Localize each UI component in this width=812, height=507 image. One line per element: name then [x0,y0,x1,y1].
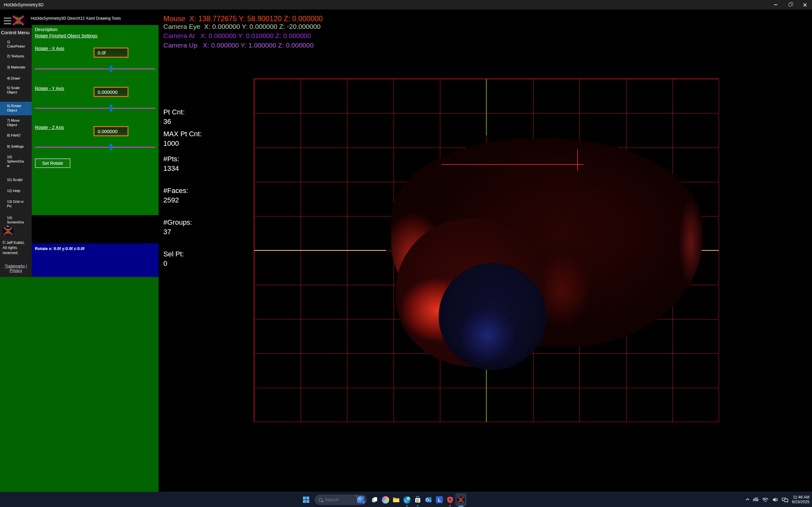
file-explorer-icon [392,496,400,504]
svg-text:3D: 3D [460,500,462,502]
search-input[interactable] [325,497,357,502]
trademarks-link[interactable]: Trademarks [5,264,25,268]
rotate-x-label: Rotate - X Axis [35,46,64,51]
rotate-y-input[interactable] [94,87,129,97]
sidebar-item-draw[interactable]: 4) Draw! [0,76,32,80]
system-tray: T 11:46 AM 9/23/2025 [746,492,809,507]
task-view-button[interactable] [369,492,380,507]
outlook-button[interactable] [423,492,434,507]
store-button[interactable] [412,492,423,507]
file-explorer-button[interactable] [391,492,402,507]
rotate-status-text: Rotate x: 0.0f y:0.0f z:0.0f [35,246,84,251]
hot3dx-taskbar-button[interactable]: Hot 3D [455,493,466,506]
hot3dx-logo-small: Hot 3D [3,227,13,235]
edge-button[interactable] [402,492,412,507]
window-titlebar: Hot3dxSymmetry3D [0,0,812,9]
close-icon [803,3,807,7]
sidebar-item-fileio[interactable]: 8) FileIO [0,133,32,137]
onedrive-tray-button[interactable] [752,497,759,503]
camera-up-readout: Camera Up X: 0.000000 Y: 1.000000 Z: 0.0… [163,42,314,49]
taskbar-clock[interactable]: 11:46 AM 9/23/2025 [792,495,809,504]
cast-tray-button[interactable] [782,497,788,503]
rotate-z-input[interactable] [94,126,129,136]
taskbar-center: L Hot 3D [300,492,466,507]
sidebar-item-materials[interactable]: 3) Materials [0,65,32,69]
wifi-secure-icon: T [762,497,768,503]
maximize-button[interactable] [783,0,798,9]
rotate-x-input[interactable] [94,48,129,58]
groups-value: 37 [163,228,171,236]
horizontal-axis-line [254,250,386,250]
maximize-icon [789,3,792,6]
rotate-z-slider-thumb[interactable] [110,144,112,151]
volume-tray-button[interactable] [772,497,778,503]
rotate-settings-panel: Description: Rotate Finished Object Sett… [32,25,159,215]
pts-label: #Pts: [163,155,179,163]
control-menu-sidebar: Control Menu 1) ColorPicker 2) Textures … [0,28,32,277]
faces-value: 2592 [163,196,179,205]
screen-share-icon [782,497,788,503]
store-icon [414,496,421,504]
copilot-button[interactable] [380,492,391,507]
camera-at-readout: Camera At X: 0.000000 Y: 0.010000 Z: 0.0… [163,32,311,40]
3d-object [391,135,703,371]
tray-chevron-button[interactable] [746,498,749,501]
sidebar-item-help[interactable]: 12) Help [0,188,32,193]
svg-text:Hot: Hot [6,228,10,231]
sidebar-item-rotate-object[interactable]: 6) Rotate Object [0,102,32,115]
sidebar-item-settings[interactable]: 9) Settings [0,144,32,149]
pt-cnt-label: Pt Cnt: [163,108,185,116]
menu-toggle-button[interactable] [4,18,11,24]
set-rotate-button[interactable]: Set Rotate [35,158,70,168]
groups-label: #Groups: [163,218,192,227]
rotate-z-slider-track[interactable] [35,147,155,148]
rotate-x-slider-track[interactable] [35,68,155,69]
vertical-axis-line-top [486,79,487,135]
onedrive-paused-icon [752,497,759,503]
l-app-button[interactable]: L [434,492,445,507]
sidebar-item-spheredraw[interactable]: 10) SphereDraw [0,155,32,168]
sidebar-item-sculpt[interactable]: 11) Sculpt [0,177,32,182]
object-edge-highlight-h [442,164,583,165]
task-view-icon [371,497,378,503]
outlook-icon [425,496,432,504]
sidebar-item-grid-or-pic[interactable]: 13) Grid or Pic [0,199,32,208]
rotate-z-label: Rotate - Z Axis [35,125,64,130]
edge-icon [403,496,411,504]
object-edge-highlight-v [577,150,578,170]
taskbar: L Hot 3D [0,492,812,507]
vertical-axis-line-bottom [486,362,487,422]
sidebar-item-scale-object[interactable]: 5) Scale Object [0,86,32,95]
l-app-icon: L [436,496,443,503]
control-menu-header: Control Menu [1,30,32,35]
sidebar-item-move-object[interactable]: 7) Move Object [0,118,32,127]
rotate-x-slider-thumb[interactable] [110,65,112,72]
legal-links: Trademarks | Privacy [2,264,30,273]
svg-text:Hot: Hot [15,16,21,20]
bottom-green-panel [0,277,159,492]
sel-pt-label: Sel Pt: [163,250,184,258]
sidebar-item-textures[interactable]: 2) Textures [0,54,32,58]
windows-start-icon [302,496,310,504]
sidebar-item-colorpicker[interactable]: 1) ColorPicker [0,40,32,49]
window-title: Hot3dxSymmetry3D [4,0,44,9]
hot3dx-taskbar-icon: Hot 3D [457,496,465,504]
3d-object-blue-patch [439,263,547,370]
description-label: Description: [35,27,58,32]
close-button[interactable] [798,0,812,9]
security-shield-button[interactable] [445,492,455,507]
app-root: Hot3dxSymmetry3D Hot 3D Hot3dxSymmetry3D… [0,0,812,507]
panel-title: Rotate Finished Object Settings [35,33,97,38]
privacy-link[interactable]: Privacy [9,268,22,273]
rotate-status-panel: Rotate x: 0.0f y:0.0f z:0.0f [32,243,159,277]
pts-value: 1334 [163,164,179,173]
network-tray-button[interactable]: T [762,497,768,503]
taskbar-search[interactable] [315,495,367,505]
rotate-y-slider-track[interactable] [35,108,155,109]
start-button[interactable] [300,492,312,507]
minimize-button[interactable] [768,0,783,9]
faces-label: #Faces: [163,187,188,195]
copyright-text: © Jeff Kubitz. All rights reserved. [3,240,29,256]
sel-pt-value: 0 [163,260,167,268]
rotate-y-slider-thumb[interactable] [110,105,112,112]
